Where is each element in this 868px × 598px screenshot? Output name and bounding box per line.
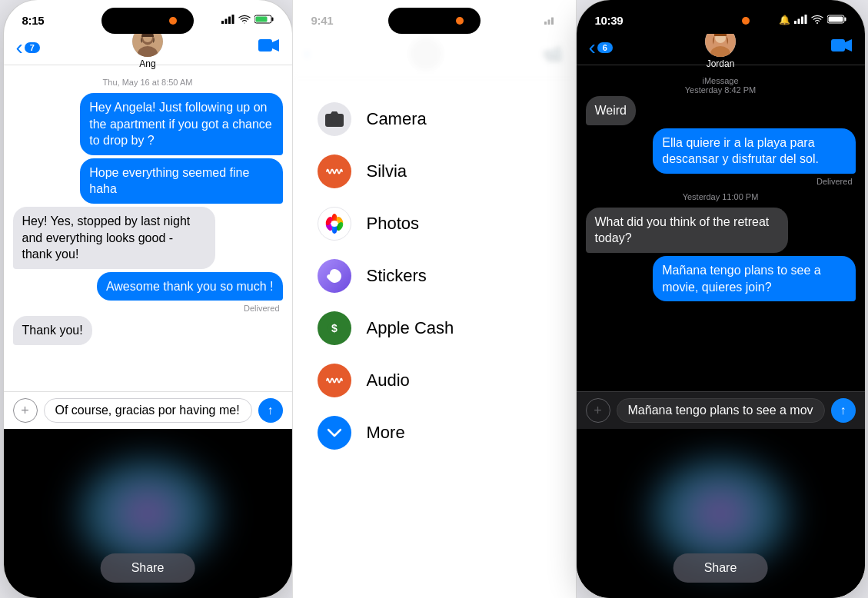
menu-item-stickers[interactable]: Stickers (293, 250, 576, 302)
back-chevron-1 (16, 37, 23, 58)
dynamic-island-dot-1 (169, 17, 177, 25)
phone-1: 8:15 7 (4, 0, 292, 598)
share-button-3[interactable]: Share (673, 553, 768, 583)
bubble-3-2: Ella quiere ir a la playa para descansar… (653, 128, 855, 174)
more-icon-wrap (318, 416, 351, 450)
svg-rect-6 (255, 16, 267, 22)
menu-label-apple-cash: Apple Cash (367, 318, 454, 338)
svg-rect-2 (228, 16, 231, 24)
messages-area-3: iMessageYesterday 8:42 PM Weird Ella qui… (577, 65, 865, 391)
back-badge-1: 7 (25, 42, 40, 53)
svg-point-25 (331, 221, 338, 227)
svg-rect-5 (271, 17, 273, 21)
bubble-2: Hope everything seemed fine haha (80, 158, 282, 204)
timestamp-3: Yesterday 11:00 PM (586, 192, 856, 201)
audio-icon-wrap (318, 364, 351, 397)
camera-icon (325, 111, 344, 127)
nav-back-1[interactable]: 7 (16, 37, 40, 58)
bubble-3-1: Weird (586, 96, 637, 125)
camera-icon-wrap (318, 102, 351, 136)
message-row-3-3: What did you think of the retreat today? (586, 208, 856, 253)
send-arrow-3: ↑ (840, 404, 846, 417)
svg-rect-35 (828, 16, 843, 22)
dynamic-island-dot-m (456, 17, 464, 25)
nav-video-1[interactable] (258, 38, 280, 58)
svg-text:$: $ (331, 322, 338, 334)
input-plus-1[interactable]: + (13, 398, 38, 423)
svg-marker-12 (272, 39, 279, 51)
chevron-down-icon (328, 428, 341, 437)
svg-point-18 (332, 118, 337, 123)
menu-item-audio[interactable]: Audio (293, 354, 576, 407)
photos-icon (324, 213, 345, 234)
back-badge-3: 6 (597, 42, 613, 53)
glow-area-3: Share (577, 429, 865, 598)
apple-cash-icon: $ (326, 320, 343, 337)
message-row-5: Thank you! (13, 316, 283, 345)
nav-video-3[interactable] (831, 38, 853, 58)
message-row-1: Hey Angela! Just following up on the apa… (13, 93, 283, 155)
svg-rect-34 (844, 17, 846, 21)
menu-item-photos[interactable]: Photos (293, 198, 576, 250)
menu-item-silvia[interactable]: Silvia (293, 145, 576, 198)
svg-rect-14 (547, 20, 550, 25)
signal-icon-1 (221, 15, 234, 26)
stickers-icon-wrap (318, 259, 351, 293)
svg-rect-15 (551, 18, 554, 25)
svg-rect-11 (258, 39, 272, 51)
messages-area-1: Thu, May 16 at 8:50 AM Hey Angela! Just … (4, 65, 292, 391)
message-row-3-4: Mañana tengo plans to see a movie, quier… (586, 256, 856, 301)
nav-back-3[interactable]: 6 (589, 37, 613, 58)
dynamic-island-dot-3 (742, 17, 750, 25)
input-plus-3[interactable]: + (586, 398, 610, 423)
imessage-label-3: iMessageYesterday 8:42 PM (586, 76, 856, 95)
stickers-icon (326, 267, 343, 284)
battery-icon-3 (827, 15, 846, 26)
message-row-2: Hope everything seemed fine haha (13, 158, 283, 204)
nav-bar-3: 6 Jorda (577, 34, 865, 65)
status-time-m: 9:41 (311, 14, 334, 27)
bubble-5: Thank you! (13, 316, 92, 345)
input-bar-3: + ↑ (577, 391, 865, 429)
menu-item-more[interactable]: More (293, 407, 576, 459)
bubble-3: Hey! Yes, stopped by last night and ever… (13, 207, 215, 269)
svg-rect-0 (221, 21, 224, 24)
message-row-4: Awesome thank you so much ! (13, 272, 283, 301)
bell-icon-3: 🔔 (779, 15, 790, 25)
message-row-3: Hey! Yes, stopped by last night and ever… (13, 207, 283, 269)
status-time-1: 8:15 (22, 14, 45, 27)
bubble-3-4: Mañana tengo plans to see a movie, quier… (653, 256, 855, 301)
menu-label-camera: Camera (367, 109, 427, 129)
status-icons-1 (221, 15, 274, 26)
battery-icon-1 (254, 15, 274, 26)
delivered-label-3: Delivered (586, 177, 856, 186)
send-arrow-1: ↑ (268, 404, 274, 417)
svg-rect-30 (801, 16, 803, 24)
input-field-3[interactable] (617, 398, 825, 423)
nav-bar-m: ‹ 📹 (293, 34, 576, 78)
send-button-1[interactable]: ↑ (258, 398, 283, 423)
send-button-3[interactable]: ↑ (831, 398, 856, 423)
menu-item-apple-cash[interactable]: $ Apple Cash (293, 302, 576, 354)
plus-icon-3: + (594, 403, 602, 419)
glow-area-1: Share (4, 429, 292, 598)
menu-label-audio: Audio (367, 370, 410, 390)
svg-rect-3 (231, 15, 234, 24)
menu-panel: Camera Silvia (293, 78, 576, 598)
svg-rect-28 (794, 21, 796, 24)
dynamic-island-3 (674, 8, 767, 34)
svg-rect-39 (831, 39, 845, 51)
bubble-1: Hey Angela! Just following up on the apa… (80, 93, 282, 155)
status-time-3: 10:39 (595, 14, 624, 27)
svg-rect-13 (544, 22, 547, 25)
share-button-1[interactable]: Share (101, 553, 195, 583)
phone-middle: 9:41 ‹ 📹 Ca (292, 0, 577, 598)
menu-item-camera[interactable]: Camera (293, 93, 576, 145)
menu-label-photos: Photos (367, 214, 420, 234)
delivered-label-1: Delivered (13, 304, 283, 313)
svg-rect-31 (804, 15, 806, 24)
message-row-3-2: Ella quiere ir a la playa para descansar… (586, 128, 856, 174)
status-icons-3: 🔔 (779, 15, 846, 26)
audio-icon (326, 374, 343, 387)
input-field-1[interactable] (44, 398, 252, 423)
